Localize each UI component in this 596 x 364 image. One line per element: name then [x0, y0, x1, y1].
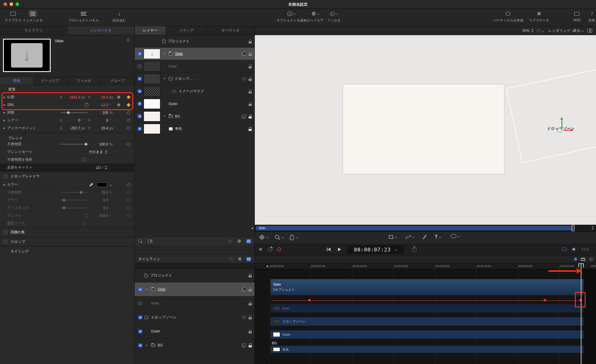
stopwatch-icon[interactable] — [412, 247, 417, 252]
position-y-field[interactable]: 15.4 — [91, 95, 108, 99]
animation-menu-icon[interactable] — [117, 95, 121, 99]
canvas-viewport[interactable]: ドロップゾーン — [255, 35, 596, 225]
layer-row-slide[interactable]: ↓ ▼ Slide — [135, 48, 254, 60]
timeline-row-inner[interactable]: Inner — [135, 296, 254, 310]
toolbar-filters-button[interactable]: フィルタ — [327, 10, 341, 23]
scale-field[interactable]: 100 — [91, 111, 108, 115]
gear-icon[interactable]: ⚙ — [237, 239, 241, 244]
drop-shadow-checkbox[interactable] — [4, 174, 7, 178]
disclosure-icon[interactable]: ▶ — [2, 119, 7, 122]
shadow-opacity-slider[interactable] — [60, 192, 88, 193]
layer-visibility-checkbox[interactable] — [138, 102, 142, 106]
timecode-display[interactable]: 00:00:07:23 — [347, 245, 404, 254]
tab-layers[interactable]: レイヤー — [135, 26, 166, 35]
y-axis-handle-icon[interactable] — [561, 119, 562, 129]
disclosure-icon[interactable]: ▶ — [2, 183, 7, 186]
lock-closed-icon[interactable] — [249, 126, 252, 131]
tab-library[interactable]: ライブラリ — [0, 26, 67, 35]
keyframe-icon[interactable] — [127, 183, 131, 187]
anchor-x-field[interactable]: -257.7 — [63, 126, 80, 130]
keyframe-icon[interactable] — [127, 126, 131, 130]
show-layers-icon[interactable] — [246, 239, 251, 243]
lock-icon[interactable] — [249, 39, 252, 44]
zoom-popup[interactable]: 50% — [522, 26, 533, 35]
layer-visibility-checkbox[interactable] — [138, 329, 142, 333]
row-position[interactable]: ▶ 位置 X 1641.3 px Y 15.4 px — [0, 93, 134, 101]
lock-closed-icon[interactable] — [249, 114, 252, 119]
disclosure-open-icon[interactable]: ▼ — [162, 77, 167, 80]
row-opacity[interactable]: 不透明度 100.0 % — [0, 140, 134, 148]
tab-audio[interactable]: オーディオ — [207, 26, 254, 35]
shadow-opacity-field[interactable]: 75.0 — [91, 190, 108, 195]
timeline-keyframe-icon[interactable] — [544, 299, 547, 302]
timeline-row-slide[interactable]: ▼ Slide — [135, 282, 254, 296]
mini-timeline-playhead[interactable] — [572, 225, 575, 231]
row-blend-mode[interactable]: ブレンドモード そのまま — [0, 148, 134, 156]
show-masks-icon[interactable] — [228, 240, 232, 243]
toolbar-replicator-button[interactable]: ⌘ リプリケータ — [529, 10, 549, 23]
disclosure-icon[interactable]: ▶ — [2, 127, 7, 129]
zoom-fit-icon[interactable] — [589, 257, 593, 261]
lock-icon[interactable] — [249, 315, 252, 320]
shear-y-field[interactable]: 0 — [91, 118, 108, 123]
updown-arrows-icon[interactable] — [591, 226, 594, 230]
keyframe-icon[interactable] — [127, 118, 131, 122]
row-shadow-opacity[interactable]: 不透明度 75.0 % — [0, 189, 134, 196]
keyframe-icon[interactable] — [127, 206, 131, 210]
text-tool-button[interactable]: T — [435, 234, 441, 240]
row-preserve-opacity[interactable]: 不透明度を保持 — [0, 156, 134, 164]
disclosure-icon[interactable]: ▶ — [2, 96, 7, 99]
rectangle-tool-button[interactable] — [388, 234, 397, 240]
anchor-y-field[interactable]: 15.4 — [91, 126, 108, 130]
layer-row-bg[interactable]: ▼ BG — [135, 110, 254, 123]
row-shadow-blur[interactable]: ブラー 5.0 — [0, 196, 134, 204]
layer-visibility-checkbox[interactable] — [138, 89, 142, 93]
cast-reflection-popup[interactable]: はい — [42, 165, 115, 170]
keyframe-icon-active[interactable] — [127, 95, 131, 99]
show-hud-icon[interactable] — [562, 248, 567, 251]
layer-row-solid[interactable]: 単色 — [135, 123, 254, 135]
layer-row-dropzone[interactable]: ▼ ↓ ドロップ… — [135, 73, 254, 85]
transform-tool-button[interactable] — [259, 234, 268, 240]
collapse-icons[interactable] — [582, 248, 589, 250]
row-cast-reflection[interactable]: 反射をキャスト はい — [0, 164, 134, 171]
layer-visibility-checkbox[interactable] — [138, 343, 142, 347]
mute-icon[interactable] — [259, 247, 263, 251]
tab-behaviors[interactable]: ビヘイビア — [34, 77, 67, 85]
split-view-button[interactable] — [587, 26, 592, 35]
row-shadow-fixed-source[interactable]: 固定ソース — [0, 220, 134, 227]
keyframe-icon[interactable] — [127, 214, 131, 218]
shadow-distance-slider[interactable] — [60, 207, 88, 208]
disclosure-icon[interactable]: ▶ — [2, 111, 7, 114]
rendering-popup[interactable]: レンダリング — [548, 26, 574, 35]
opacity-slider[interactable] — [60, 144, 88, 145]
track-group-slide[interactable]: Slide 3オブジェクト — [271, 279, 583, 295]
toolbar-inspector-button[interactable]: インスペクタ — [23, 10, 43, 23]
keyframe-icon[interactable] — [127, 142, 131, 146]
layer-visibility-checkbox[interactable] — [138, 288, 142, 291]
crop-checkbox[interactable] — [4, 240, 7, 244]
go-to-start-button[interactable] — [326, 247, 331, 251]
toolbar-project-panel-button[interactable]: プロジェクトパネル — [69, 10, 99, 23]
show-keyframes-icon[interactable] — [574, 257, 578, 261]
loop-icon[interactable] — [268, 248, 272, 251]
layer-visibility-checkbox[interactable] — [138, 52, 142, 56]
disclosure-open-icon[interactable]: ▼ — [145, 344, 149, 347]
tab-group[interactable]: グループ — [101, 77, 134, 85]
track-dropzone[interactable]: ドロップゾーン — [271, 317, 583, 326]
audio-icon[interactable] — [572, 247, 577, 251]
timeline-row-dropzone[interactable]: ↓ ドロップゾーン — [135, 310, 254, 324]
view-popup[interactable]: 表示 — [573, 26, 583, 35]
layers-stack-icon[interactable] — [242, 115, 246, 118]
shear-x-field[interactable]: 0 — [63, 118, 80, 123]
lock-icon[interactable] — [249, 51, 252, 56]
lock-icon[interactable] — [249, 64, 252, 69]
lock-icon[interactable] — [249, 301, 252, 306]
play-button[interactable] — [338, 247, 342, 251]
layers-stack-icon[interactable] — [242, 52, 246, 56]
chevron-down-icon[interactable] — [110, 183, 112, 186]
lock-icon[interactable] — [249, 89, 252, 94]
timeline-row-outer[interactable]: Outer — [135, 324, 254, 338]
toolbar-behaviors-button[interactable]: ⚙ ビヘイビア — [307, 10, 324, 23]
angle-dial-icon[interactable] — [85, 214, 89, 218]
